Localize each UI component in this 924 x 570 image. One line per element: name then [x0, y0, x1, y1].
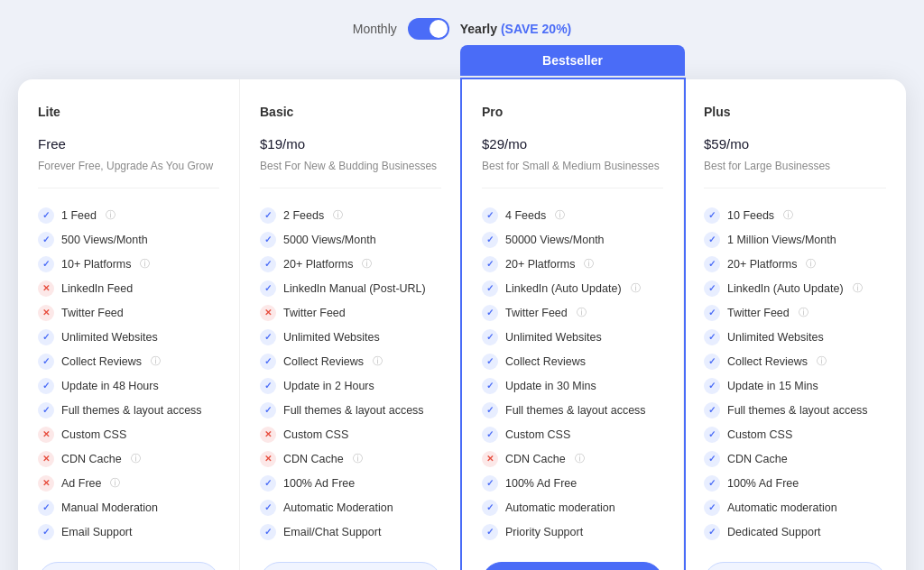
feature-item: ✓Collect Reviews: [482, 349, 663, 373]
feature-item: ✕Twitter Feed: [38, 300, 219, 325]
feature-text: Unlimited Websites: [61, 331, 158, 344]
feature-item: ✓Twitter Feedⓘ: [704, 300, 886, 325]
info-icon: ⓘ: [131, 452, 141, 465]
feature-text: 4 Feeds: [505, 209, 546, 222]
feature-text: CDN Cache: [283, 453, 344, 465]
feature-item: ✕CDN Cacheⓘ: [482, 446, 663, 471]
cross-icon: ✕: [38, 451, 54, 467]
info-icon: ⓘ: [584, 257, 594, 271]
feature-item: ✓Update in 15 Mins: [704, 373, 886, 398]
check-icon: ✓: [482, 305, 498, 321]
feature-item: ✓Collect Reviewsⓘ: [704, 349, 886, 373]
billing-toggle: Monthly Yearly (SAVE 20%): [18, 18, 906, 40]
plan-pro: Bestseller Pro $29/mo Best for Small & M…: [462, 79, 684, 570]
feature-item: ✓Full themes & layout access: [260, 398, 441, 422]
feature-text: Automatic moderation: [505, 501, 615, 514]
feature-item: ✓CDN Cache: [704, 446, 886, 471]
feature-item: ✓10+ Platformsⓘ: [38, 252, 219, 276]
plan-price-lite: Free: [38, 123, 219, 156]
bestseller-banner: Bestseller: [460, 45, 685, 76]
feature-item: ✓Collect Reviewsⓘ: [38, 349, 219, 373]
check-icon: ✓: [260, 256, 276, 272]
feature-text: Email Support: [61, 526, 133, 538]
info-icon: ⓘ: [353, 452, 363, 465]
feature-text: 500 Views/Month: [61, 234, 148, 246]
check-icon: ✓: [482, 402, 498, 418]
feature-item: ✓4 Feedsⓘ: [482, 203, 663, 227]
toggle-knob: [430, 20, 448, 38]
feature-item: ✓Custom CSS: [704, 422, 886, 446]
feature-text: LinkedIn (Auto Update): [727, 282, 844, 295]
check-icon: ✓: [704, 500, 720, 516]
feature-text: 20+ Platforms: [283, 258, 353, 271]
plan-tier-plus: Plus: [704, 105, 886, 119]
check-icon: ✓: [260, 500, 276, 516]
feature-item: ✓50000 Views/Month: [482, 227, 663, 252]
features-list-lite: ✓1 Feedⓘ✓500 Views/Month✓10+ Platformsⓘ✕…: [38, 203, 219, 544]
info-icon: ⓘ: [577, 306, 587, 319]
info-icon: ⓘ: [373, 354, 383, 368]
feature-text: 20+ Platforms: [505, 258, 575, 271]
page-wrapper: Monthly Yearly (SAVE 20%) Lite Free Fore…: [18, 18, 906, 570]
feature-item: ✓Update in 48 Hours: [38, 373, 219, 398]
feature-text: CDN Cache: [727, 453, 788, 465]
plan-lite: Lite Free Forever Free, Upgrade As You G…: [18, 79, 240, 570]
feature-item: ✓100% Ad Free: [260, 471, 441, 495]
feature-text: 100% Ad Free: [283, 477, 355, 490]
feature-text: Twitter Feed: [61, 307, 124, 319]
check-icon: ✓: [38, 354, 54, 370]
check-icon: ✓: [38, 500, 54, 516]
features-list-pro: ✓4 Feedsⓘ✓50000 Views/Month✓20+ Platform…: [482, 203, 663, 544]
feature-text: 10 Feeds: [727, 209, 774, 222]
info-icon: ⓘ: [362, 257, 372, 271]
check-icon: ✓: [482, 232, 498, 248]
feature-text: Update in 30 Mins: [505, 380, 596, 392]
feature-text: 2 Feeds: [283, 209, 324, 222]
feature-text: Twitter Feed: [283, 307, 346, 319]
cross-icon: ✕: [260, 305, 276, 321]
cta-button-pro[interactable]: Try For Free: [482, 562, 663, 570]
billing-toggle-switch[interactable]: [408, 18, 449, 40]
feature-text: 10+ Platforms: [61, 258, 131, 271]
plan-price-plus: $59/mo: [704, 123, 886, 156]
plan-price-basic: $19/mo: [260, 123, 441, 156]
info-icon: ⓘ: [575, 452, 585, 465]
feature-item: ✕Twitter Feed: [260, 300, 441, 325]
cross-icon: ✕: [482, 451, 498, 467]
check-icon: ✓: [38, 232, 54, 248]
check-icon: ✓: [260, 475, 276, 492]
feature-item: ✓20+ Platformsⓘ: [704, 252, 886, 276]
feature-item: ✓Full themes & layout access: [38, 398, 219, 422]
feature-item: ✓10 Feedsⓘ: [704, 203, 886, 227]
check-icon: ✓: [482, 378, 498, 394]
feature-text: Automatic Moderation: [283, 501, 393, 514]
feature-item: ✓Priority Support: [482, 519, 663, 544]
plan-desc-basic: Best For New & Budding Businesses: [260, 160, 441, 188]
check-icon: ✓: [482, 280, 498, 297]
feature-text: Full themes & layout access: [283, 404, 424, 417]
feature-text: Collect Reviews: [283, 355, 364, 368]
feature-item: ✓LinkedIn Manual (Post-URL): [260, 276, 441, 300]
feature-text: Automatic moderation: [727, 501, 837, 514]
feature-text: Unlimited Websites: [727, 331, 824, 344]
plan-basic: Basic $19/mo Best For New & Budding Busi…: [240, 79, 462, 570]
features-list-plus: ✓10 Feedsⓘ✓1 Million Views/Month✓20+ Pla…: [704, 203, 886, 544]
cross-icon: ✕: [260, 427, 276, 443]
plan-tier-basic: Basic: [260, 105, 441, 119]
feature-item: ✓Manual Moderation: [38, 495, 219, 519]
cross-icon: ✕: [38, 475, 54, 492]
feature-text: CDN Cache: [61, 453, 122, 465]
check-icon: ✓: [260, 378, 276, 394]
feature-text: Twitter Feed: [727, 307, 790, 319]
cta-button-lite[interactable]: Try For Free: [38, 562, 219, 570]
cta-button-basic[interactable]: Try For Free: [260, 562, 441, 570]
check-icon: ✓: [482, 256, 498, 272]
feature-item: ✕Custom CSS: [38, 422, 219, 446]
feature-text: Custom CSS: [283, 428, 348, 441]
check-icon: ✓: [260, 354, 276, 370]
feature-item: ✓20+ Platformsⓘ: [260, 252, 441, 276]
cta-button-plus[interactable]: Try For Free: [704, 562, 886, 570]
cross-icon: ✕: [38, 427, 54, 443]
feature-item: ✓Automatic Moderation: [260, 495, 441, 519]
check-icon: ✓: [482, 524, 498, 540]
